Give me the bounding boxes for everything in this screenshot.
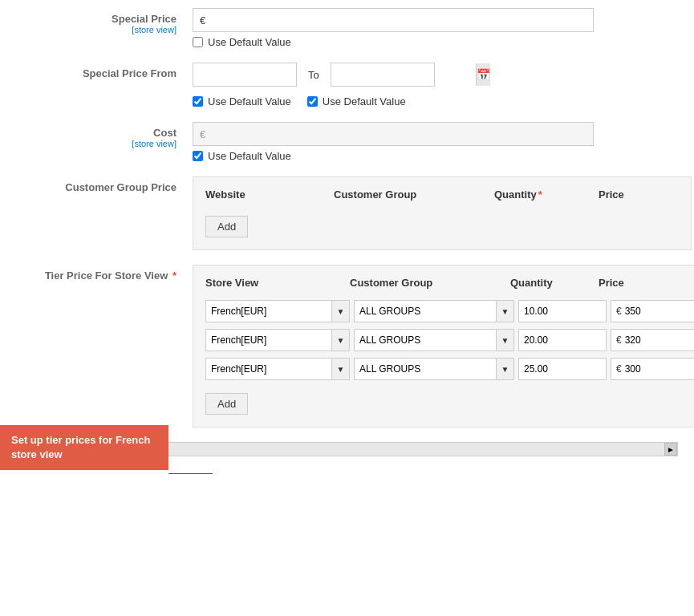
tier-price-callout: Set up tier prices for French store view <box>0 425 168 470</box>
special-price-label-text: Special Price <box>112 13 177 25</box>
tp-store-view-select-1[interactable]: French[EUR] <box>206 303 331 319</box>
cgp-quantity-header: Quantity* <box>494 185 599 204</box>
date-from-default-label: Use Default Value <box>208 95 291 107</box>
date-from-default-row: Use Default Value <box>193 95 291 107</box>
tp-currency-1: € <box>616 306 622 317</box>
special-price-input[interactable] <box>212 9 593 31</box>
cost-content: € Use Default Value <box>193 122 678 162</box>
tier-price-row-2: French[EUR] ▼ ALL GROUPS ▼ € 🗑 <box>205 329 694 351</box>
cost-label-text: Cost <box>153 127 177 139</box>
tier-price-content: Store View Customer Group Quantity Price… <box>193 265 694 428</box>
tp-store-view-select-1-arrow: ▼ <box>331 301 349 322</box>
tier-price-section: Tier Price For Store View * Store View C… <box>0 265 694 428</box>
tp-store-view-select-3-wrapper: French[EUR] ▼ <box>205 358 350 380</box>
tp-group-header: Customer Group <box>350 274 510 292</box>
tp-store-view-select-1-wrapper: French[EUR] ▼ <box>205 300 350 322</box>
tp-price-input-1[interactable] <box>625 306 694 317</box>
tp-store-view-select-3[interactable]: French[EUR] <box>206 361 331 377</box>
tp-group-select-2-arrow: ▼ <box>496 330 513 351</box>
date-to-input[interactable] <box>331 66 476 84</box>
tp-quantity-header: Quantity <box>510 274 599 292</box>
cost-default-label: Use Default Value <box>208 150 291 162</box>
date-checkboxes: Use Default Value Use Default Value <box>193 91 678 107</box>
customer-group-price-add-button[interactable]: Add <box>205 216 248 237</box>
tier-price-required-star: * <box>172 270 177 282</box>
date-to-wrapper: 📅 <box>331 63 435 87</box>
tier-price-header: Store View Customer Group Quantity Price <box>205 274 694 292</box>
tp-price-2-wrapper: € <box>611 329 694 351</box>
tp-currency-2: € <box>616 334 622 346</box>
quantity-required-star: * <box>538 188 542 201</box>
tp-group-select-1[interactable]: ALL GROUPS <box>355 303 496 319</box>
tp-store-view-select-3-arrow: ▼ <box>331 359 349 379</box>
tp-quantity-input-1[interactable] <box>518 300 607 322</box>
cost-sub-label: [store view] <box>16 139 177 148</box>
special-price-from-content: 📅 To 📅 Use Default Value <box>193 63 678 107</box>
calendar-to-icon: 📅 <box>477 68 490 81</box>
date-from-default-checkbox[interactable] <box>193 96 203 107</box>
cgp-price-header: Price <box>599 185 679 204</box>
special-price-label: Special Price [store view] <box>16 8 193 34</box>
tier-price-row-3: French[EUR] ▼ ALL GROUPS ▼ € 🗑 <box>205 358 694 380</box>
cost-currency: € <box>193 128 212 140</box>
tp-price-header: Price <box>599 274 687 292</box>
tier-price-label-text: Tier Price For Store View <box>45 270 168 282</box>
tp-currency-3: € <box>616 363 622 375</box>
customer-group-price-section: Customer Group Price Website Customer Gr… <box>0 176 694 250</box>
tp-price-1-wrapper: € <box>611 300 694 322</box>
customer-group-price-header: Website Customer Group Quantity* Price <box>205 185 679 204</box>
special-price-default-label: Use Default Value <box>208 36 291 48</box>
tier-price-label: Tier Price For Store View * <box>16 265 193 282</box>
scroll-right-button[interactable]: ► <box>664 443 677 456</box>
cost-default-checkbox[interactable] <box>193 151 203 161</box>
customer-group-price-label-text: Customer Group Price <box>65 181 177 193</box>
special-price-from-label-text: Special Price From <box>83 67 177 79</box>
tp-group-select-3[interactable]: ALL GROUPS <box>355 361 496 377</box>
tp-store-view-header: Store View <box>205 274 350 292</box>
special-price-default-checkbox[interactable] <box>193 37 203 47</box>
tier-price-row-1: French[EUR] ▼ ALL GROUPS ▼ € 🗑 <box>205 300 694 322</box>
date-to-default-checkbox[interactable] <box>307 96 318 107</box>
cost-label: Cost [store view] <box>16 122 193 148</box>
special-price-from-label: Special Price From <box>16 63 193 79</box>
date-to-default-row: Use Default Value <box>307 95 406 107</box>
cgp-website-header: Website <box>205 185 334 204</box>
tp-store-view-select-2-arrow: ▼ <box>331 330 349 351</box>
special-price-from-row: Special Price From 📅 To 📅 <box>0 63 694 107</box>
tp-quantity-input-3[interactable] <box>518 358 607 380</box>
special-price-sub-label: [store view] <box>16 25 177 34</box>
tp-group-select-1-wrapper: ALL GROUPS ▼ <box>354 300 514 322</box>
calendar-to-button[interactable]: 📅 <box>476 63 490 86</box>
special-price-row: Special Price [store view] € Use Default… <box>0 8 694 48</box>
page-container: Special Price [store view] € Use Default… <box>0 0 694 464</box>
cost-row: Cost [store view] € Use Default Value <box>0 122 694 162</box>
tp-price-input-2[interactable] <box>625 334 694 346</box>
special-price-content: € Use Default Value <box>193 8 678 48</box>
tp-price-3-wrapper: € <box>611 358 694 380</box>
tp-group-select-3-arrow: ▼ <box>496 359 513 379</box>
callout-text: Set up tier prices for French store view <box>11 434 150 460</box>
cost-default-row: Use Default Value <box>193 150 678 162</box>
tp-quantity-input-2[interactable] <box>518 329 607 351</box>
special-price-currency: € <box>193 14 212 26</box>
date-row: 📅 To 📅 <box>193 63 678 87</box>
tp-group-select-1-arrow: ▼ <box>496 301 513 322</box>
tp-price-input-3[interactable] <box>625 363 694 375</box>
customer-group-price-content: Website Customer Group Quantity* Price A… <box>193 176 692 250</box>
customer-group-price-label: Customer Group Price <box>16 176 193 193</box>
date-from-wrapper: 📅 <box>193 63 297 87</box>
callout-line <box>168 473 213 474</box>
date-to-default-label: Use Default Value <box>323 95 406 107</box>
tp-group-select-2[interactable]: ALL GROUPS <box>355 332 496 348</box>
cgp-group-header: Customer Group <box>334 185 494 204</box>
tp-group-select-2-wrapper: ALL GROUPS ▼ <box>354 329 514 351</box>
tp-store-view-select-2[interactable]: French[EUR] <box>206 332 331 348</box>
cost-input[interactable] <box>212 123 593 145</box>
special-price-default-row: Use Default Value <box>193 36 678 48</box>
tp-group-select-3-wrapper: ALL GROUPS ▼ <box>354 358 514 380</box>
to-label: To <box>305 69 323 81</box>
tp-store-view-select-2-wrapper: French[EUR] ▼ <box>205 329 350 351</box>
tier-price-add-button[interactable]: Add <box>205 393 248 415</box>
